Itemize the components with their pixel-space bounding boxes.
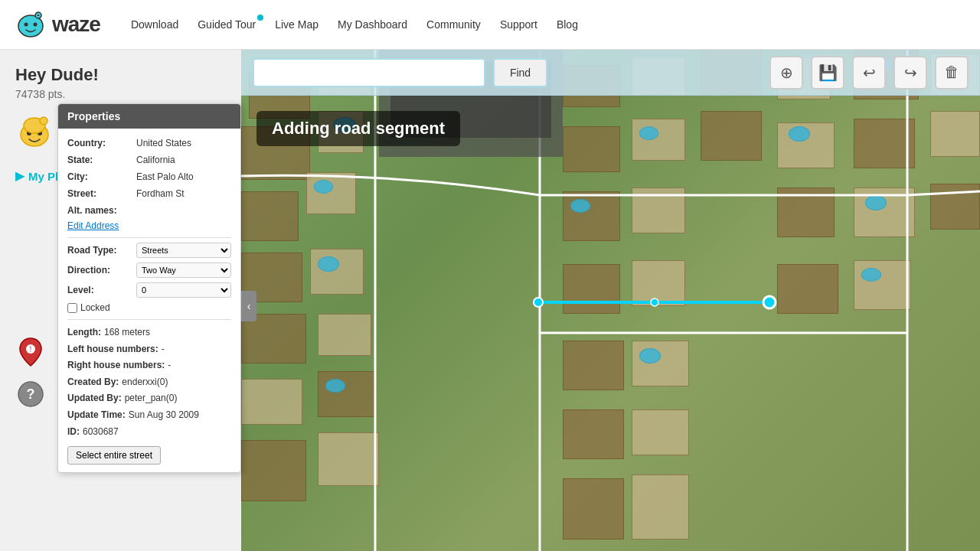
redo-button[interactable]: ↪ [893,56,927,90]
svg-point-1 [24,23,28,27]
locked-checkbox[interactable] [67,303,77,313]
nav-support[interactable]: Support [492,15,545,34]
delete-button[interactable]: 🗑 [935,56,969,90]
guided-tour-badge [257,15,263,21]
svg-point-19 [534,298,543,307]
header: waze Download Guided Tour Live Map My Da… [0,0,980,50]
waze-logo-text: waze [52,12,100,37]
avatar [15,112,54,150]
length-detail: Length: 168 meters [67,324,231,341]
detail-section: Length: 168 meters Left house numbers: -… [67,324,231,440]
collapse-sidebar-tab[interactable]: ‹ [241,291,256,321]
direction-row: Direction: Two Way One Way (A→B) One Way… [67,262,231,278]
map-toolbar: Find ⊕ 💾 ↩ ↪ 🗑 [241,50,980,96]
greeting: Hey Dude! [15,65,226,85]
properties-header: Properties [58,104,240,129]
location-pin-icon[interactable]: ! [15,337,46,367]
svg-text:!: ! [30,345,32,354]
city-row: City: East Palo Alto [67,170,231,184]
redo-icon: ↪ [904,64,917,82]
svg-point-9 [40,117,47,125]
waze-logo-icon [15,9,46,40]
add-node-button[interactable]: ⊕ [769,56,803,90]
logo-area: waze [15,9,100,40]
add-node-icon: ⊕ [780,64,793,82]
map-search-input[interactable] [253,58,485,87]
svg-point-2 [34,23,38,27]
update-time-detail: Update Time: Sun Aug 30 2009 [67,407,231,424]
select-entire-street-button[interactable]: Select entire street [67,446,161,465]
road-type-row: Road Type: Streets Primary Street Freewa… [67,243,231,258]
properties-panel: Properties Country: United States State:… [57,103,241,473]
locked-row: Locked [67,302,231,313]
direction-select[interactable]: Two Way One Way (A→B) One Way (B→A) [136,262,231,278]
user-points: 74738 pts. [15,88,226,100]
save-button[interactable]: 💾 [811,56,844,90]
nav-live-map[interactable]: Live Map [267,15,326,34]
help-icon[interactable]: ? [15,379,46,409]
map-area[interactable]: Adding road segment [241,50,980,551]
main-nav: Download Guided Tour Live Map My Dashboa… [123,15,965,34]
svg-point-20 [651,298,658,306]
street-row: Street: Fordham St [67,187,231,201]
left-icons: ! ? [15,337,46,409]
nav-community[interactable]: Community [419,15,488,34]
nav-my-dashboard[interactable]: My Dashboard [330,15,415,34]
state-row: State: California [67,153,231,167]
my-places-label: My Pl [28,170,58,183]
undo-button[interactable]: ↩ [852,56,886,90]
trash-icon: 🗑 [944,64,959,81]
svg-point-4 [38,15,40,16]
nav-blog[interactable]: Blog [549,15,586,34]
id-detail: ID: 6030687 [67,424,231,441]
level-row: Level: 0 1 2 -1 [67,282,231,298]
edit-address-link[interactable]: Edit Address [67,220,231,231]
nav-download[interactable]: Download [123,15,186,34]
created-by-detail: Created By: enderxxi(0) [67,374,231,391]
level-select[interactable]: 0 1 2 -1 [136,282,231,298]
right-house-detail: Right house numbers: - [67,357,231,374]
undo-icon: ↩ [863,64,876,82]
nav-guided-tour[interactable]: Guided Tour [190,15,263,34]
my-places-arrow: ▶ [15,169,24,183]
left-house-detail: Left house numbers: - [67,341,231,358]
properties-body: Country: United States State: California… [58,129,240,472]
svg-text:?: ? [27,386,35,402]
map-roads-svg [241,50,980,551]
road-type-select[interactable]: Streets Primary Street Freeway Ramp [136,243,231,258]
svg-point-21 [763,296,776,308]
updated-by-detail: Updated By: peter_pan(0) [67,390,231,407]
save-icon: 💾 [818,64,838,82]
alt-names-row: Alt. names: [67,204,231,217]
country-row: Country: United States [67,136,231,150]
find-button[interactable]: Find [493,58,547,87]
